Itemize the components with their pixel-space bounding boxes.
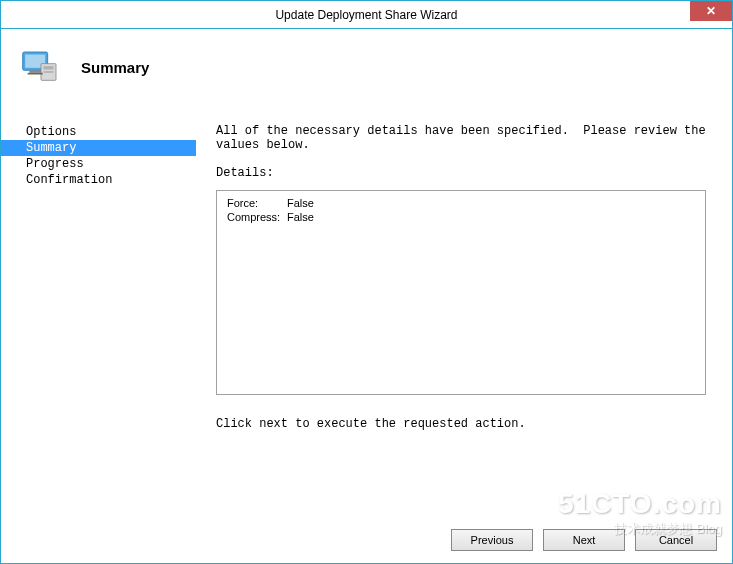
details-label: Details:	[216, 166, 717, 180]
detail-value: False	[287, 197, 314, 209]
close-icon: ✕	[706, 4, 716, 18]
summary-panel: All of the necessary details have been s…	[196, 114, 732, 508]
svg-rect-3	[44, 66, 54, 69]
detail-value: False	[287, 211, 314, 223]
svg-rect-4	[44, 71, 54, 73]
footer-text: Click next to execute the requested acti…	[216, 417, 717, 431]
details-textbox[interactable]: Force: False Compress: False	[216, 190, 706, 395]
svg-rect-6	[28, 73, 43, 75]
sidebar-item-confirmation[interactable]: Confirmation	[1, 172, 196, 188]
sidebar-item-options[interactable]: Options	[1, 124, 196, 140]
detail-row: Compress: False	[227, 211, 695, 223]
computer-monitor-icon	[21, 47, 61, 87]
intro-text: All of the necessary details have been s…	[216, 124, 717, 152]
svg-rect-5	[29, 70, 41, 73]
header: Summary	[1, 29, 732, 99]
sidebar-item-progress[interactable]: Progress	[1, 156, 196, 172]
cancel-button[interactable]: Cancel	[635, 529, 717, 551]
next-button[interactable]: Next	[543, 529, 625, 551]
close-button[interactable]: ✕	[690, 1, 732, 21]
detail-key: Compress:	[227, 211, 287, 223]
detail-key: Force:	[227, 197, 287, 209]
button-bar: Previous Next Cancel	[451, 529, 717, 551]
sidebar-item-summary[interactable]: Summary	[1, 140, 196, 156]
wizard-window: Update Deployment Share Wizard ✕ Summary	[0, 0, 733, 564]
page-title: Summary	[81, 59, 149, 76]
main-area: Options Summary Progress Confirmation Al…	[1, 114, 732, 508]
previous-button[interactable]: Previous	[451, 529, 533, 551]
sidebar: Options Summary Progress Confirmation	[1, 114, 196, 508]
titlebar: Update Deployment Share Wizard ✕	[1, 1, 732, 29]
detail-row: Force: False	[227, 197, 695, 209]
window-title: Update Deployment Share Wizard	[275, 8, 457, 22]
content-area: Summary Options Summary Progress Confirm…	[1, 29, 732, 563]
